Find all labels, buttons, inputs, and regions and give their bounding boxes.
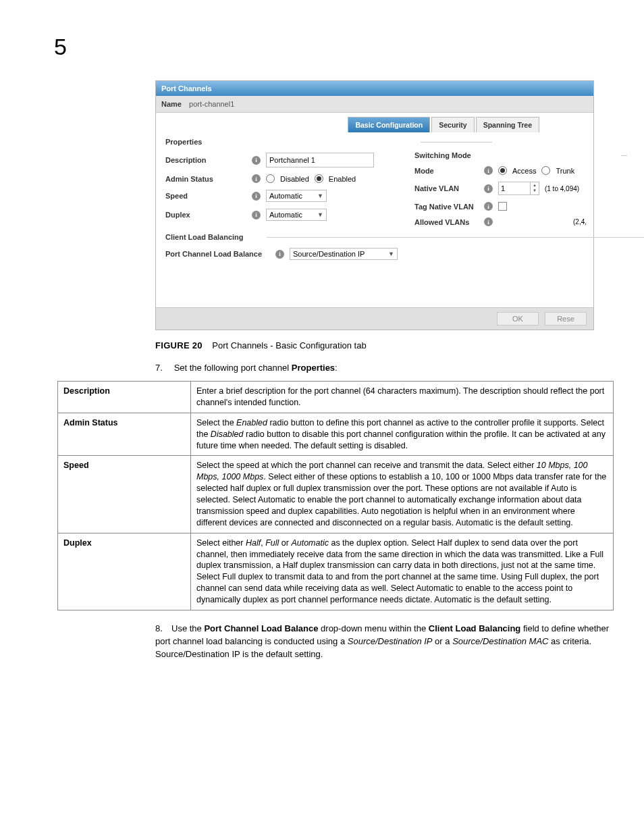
- chevron-down-icon: ▼: [317, 192, 323, 199]
- tab-basic-configuration[interactable]: Basic Configuration: [348, 117, 430, 132]
- figure-text: Port Channels - Basic Configuration tab: [212, 340, 366, 350]
- tab-security[interactable]: Security: [431, 117, 474, 132]
- step-8: 8.Use the Port Channel Load Balance drop…: [155, 623, 614, 661]
- port-channels-panel: Port Channels Name port-channel1 Basic C…: [155, 80, 594, 330]
- admin-disabled-text: Disabled: [280, 175, 309, 183]
- figure-caption: FIGURE 20 Port Channels - Basic Configur…: [155, 340, 614, 350]
- name-value: port-channel1: [189, 100, 234, 108]
- duplex-label: Duplex: [165, 211, 246, 219]
- prop-name: Admin Status: [58, 413, 191, 456]
- panel-title: Port Channels: [156, 81, 593, 96]
- t: Use the: [171, 623, 204, 633]
- ok-button[interactable]: OK: [497, 312, 539, 325]
- step-number: 7.: [155, 363, 171, 373]
- prop-desc: Select either Half, Full or Automatic as…: [191, 533, 614, 610]
- native-vlan-input[interactable]: [499, 182, 530, 194]
- description-input[interactable]: [266, 153, 374, 167]
- t: Source/Destination MAC: [452, 636, 548, 646]
- info-icon[interactable]: i: [484, 166, 493, 175]
- step-post: :: [335, 363, 338, 373]
- t: drop-down menu within the: [318, 623, 428, 633]
- allowed-vlans-label: Allowed VLANs: [414, 218, 479, 226]
- tag-native-vlan-label: Tag Native VLAN: [414, 203, 479, 211]
- properties-heading: Properties: [165, 138, 398, 146]
- client-load-balancing-heading: Client Load Balancing: [165, 233, 398, 241]
- info-icon[interactable]: i: [252, 192, 261, 201]
- t: or a: [433, 636, 453, 646]
- info-icon[interactable]: i: [252, 211, 261, 219]
- mode-label: Mode: [414, 167, 479, 175]
- up-arrow-icon[interactable]: ▲: [531, 182, 539, 188]
- chevron-down-icon: ▼: [388, 251, 394, 257]
- name-label: Name: [161, 100, 182, 108]
- table-row: DuplexSelect either Half, Full or Automa…: [58, 533, 614, 610]
- tag-native-vlan-checkbox[interactable]: [498, 202, 507, 211]
- name-bar: Name port-channel1: [156, 96, 593, 113]
- properties-table: DescriptionEnter a brief description for…: [57, 381, 614, 610]
- prop-desc: Select the Enabled radio button to defin…: [191, 413, 614, 456]
- table-row: SpeedSelect the speed at which the port …: [58, 456, 614, 533]
- description-label: Description: [165, 156, 246, 164]
- native-vlan-label: Native VLAN: [414, 184, 479, 192]
- table-row: DescriptionEnter a brief description for…: [58, 382, 614, 413]
- duplex-value: Automatic: [269, 211, 302, 219]
- info-icon[interactable]: i: [252, 174, 261, 183]
- t: Client Load Balancing: [429, 623, 521, 633]
- native-vlan-hint: (1 to 4,094): [545, 185, 579, 192]
- prop-name: Speed: [58, 456, 191, 533]
- info-icon[interactable]: i: [484, 184, 493, 193]
- info-icon[interactable]: i: [484, 202, 493, 211]
- down-arrow-icon[interactable]: ▼: [531, 188, 539, 193]
- table-row: Admin StatusSelect the Enabled radio but…: [58, 413, 614, 456]
- info-icon[interactable]: i: [275, 250, 284, 259]
- t: Port Channel Load Balance: [204, 623, 318, 633]
- step-bold: Properties: [292, 363, 335, 373]
- chapter-number: 5: [54, 34, 614, 60]
- port-channel-lb-value: Source/Destination IP: [293, 250, 365, 258]
- speed-label: Speed: [165, 192, 246, 200]
- mode-trunk-radio[interactable]: [541, 166, 550, 175]
- switching-mode-heading: Switching Mode: [414, 151, 587, 159]
- admin-enabled-text: Enabled: [329, 175, 356, 183]
- tab-spanning-tree[interactable]: Spanning Tree: [476, 117, 539, 132]
- port-channel-lb-select[interactable]: Source/Destination IP ▼: [290, 248, 398, 260]
- allowed-vlans-value: (2,4,: [573, 218, 587, 226]
- prop-name: Duplex: [58, 533, 191, 610]
- chevron-down-icon: ▼: [317, 211, 323, 218]
- prop-desc: Select the speed at which the port chann…: [191, 456, 614, 533]
- step-7: 7. Set the following port channel Proper…: [155, 363, 614, 373]
- speed-select[interactable]: Automatic ▼: [266, 190, 327, 202]
- admin-disabled-radio[interactable]: [266, 174, 275, 183]
- native-vlan-spinner[interactable]: ▲▼: [498, 182, 539, 195]
- step-text: Set the following port channel: [174, 363, 292, 373]
- duplex-select[interactable]: Automatic ▼: [266, 209, 327, 221]
- info-icon[interactable]: i: [484, 217, 493, 226]
- admin-status-label: Admin Status: [165, 175, 246, 183]
- mode-access-text: Access: [512, 167, 536, 175]
- reset-button[interactable]: Rese: [545, 312, 587, 325]
- mode-trunk-text: Trunk: [556, 167, 574, 175]
- mode-access-radio[interactable]: [498, 166, 507, 175]
- figure-label: FIGURE 20: [155, 340, 203, 350]
- speed-value: Automatic: [269, 192, 302, 200]
- t: Source/Destination IP: [348, 636, 433, 646]
- port-channel-lb-label: Port Channel Load Balance: [165, 250, 270, 258]
- admin-enabled-radio[interactable]: [315, 174, 323, 183]
- step-number: 8.: [155, 623, 171, 635]
- prop-desc: Enter a brief description for the port c…: [191, 382, 614, 413]
- info-icon[interactable]: i: [252, 156, 261, 165]
- prop-name: Description: [58, 382, 191, 413]
